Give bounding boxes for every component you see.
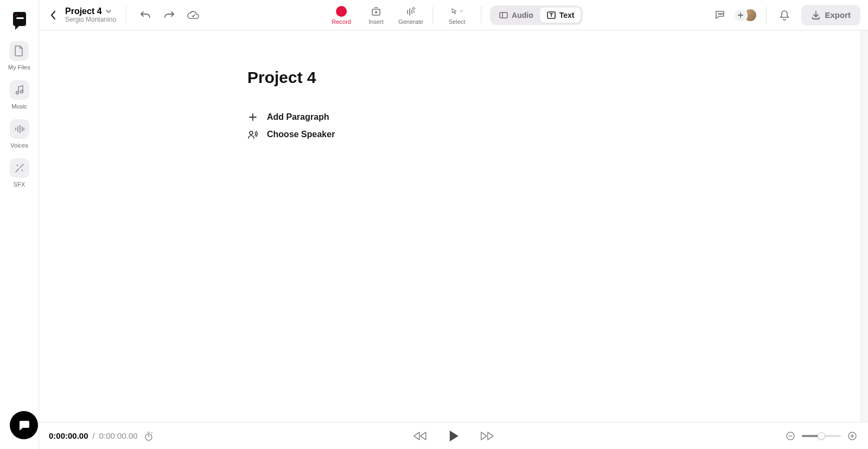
select-label: Select	[449, 18, 465, 25]
sidebar: My Files Music Voices SFX	[0, 0, 39, 449]
generate-icon	[405, 5, 417, 17]
svg-line-38	[151, 432, 152, 433]
topbar-right: Export	[711, 5, 861, 25]
insert-label: Insert	[369, 18, 384, 25]
waveform-icon	[10, 119, 29, 139]
time-duration: 0:00:00.00	[99, 431, 138, 440]
project-menu-chevron[interactable]	[105, 7, 112, 16]
zoom-in-button[interactable]	[846, 430, 858, 442]
svg-marker-39	[414, 432, 419, 440]
export-label: Export	[825, 10, 851, 20]
svg-point-2	[16, 92, 18, 94]
document-title[interactable]: Project 4	[247, 68, 660, 87]
svg-point-34	[250, 131, 253, 134]
plus-icon	[247, 112, 258, 123]
sidebar-item-sfx[interactable]: SFX	[10, 158, 29, 188]
generate-button[interactable]: Generate	[393, 5, 428, 25]
svg-line-9	[16, 169, 19, 172]
divider	[126, 7, 126, 24]
svg-point-28	[722, 13, 723, 14]
notifications-button[interactable]	[775, 6, 794, 24]
sidebar-item-my-files[interactable]: My Files	[8, 41, 30, 70]
text-icon	[546, 11, 556, 20]
zoom-slider-thumb[interactable]	[818, 432, 825, 440]
zoom-controls	[784, 430, 858, 442]
time-display: 0:00:00.00 / 0:00:00.00	[49, 429, 155, 442]
svg-point-1	[15, 15, 17, 16]
select-tool[interactable]: Select	[437, 5, 476, 25]
add-collaborator-button[interactable]	[733, 8, 748, 22]
add-paragraph-label: Add Paragraph	[267, 112, 329, 122]
export-button[interactable]: Export	[801, 5, 861, 25]
divider	[432, 7, 433, 24]
sidebar-item-label: Music	[11, 103, 27, 110]
project-header: Project 4 Sergio Montanino	[65, 7, 116, 24]
sidebar-item-label: SFX	[14, 181, 25, 188]
collaborators[interactable]	[733, 8, 757, 22]
project-title: Project 4	[65, 7, 102, 16]
scrollbar[interactable]	[860, 30, 868, 422]
insert-icon	[370, 5, 382, 17]
svg-point-11	[17, 165, 17, 166]
speaker-person-icon	[247, 129, 258, 140]
topbar: Project 4 Sergio Montanino Record	[39, 0, 868, 30]
svg-rect-21	[500, 12, 507, 18]
add-paragraph-button[interactable]: Add Paragraph	[247, 108, 660, 126]
project-owner: Sergio Montanino	[65, 16, 116, 23]
audio-track-icon	[499, 11, 508, 20]
undo-button[interactable]	[136, 6, 155, 24]
zoom-out-button[interactable]	[784, 430, 796, 442]
sidebar-item-label: My Files	[8, 64, 30, 70]
time-current: 0:00:00.00	[49, 431, 88, 440]
divider	[766, 7, 767, 24]
view-toggle: Audio Text	[490, 5, 583, 25]
file-icon	[9, 41, 29, 61]
sidebar-item-voices[interactable]: Voices	[10, 119, 29, 149]
record-icon	[336, 6, 347, 17]
chat-icon	[17, 418, 31, 432]
music-note-icon	[10, 80, 29, 100]
cursor-icon	[451, 5, 463, 17]
cloud-sync-button[interactable]	[184, 6, 202, 24]
app-logo[interactable]	[10, 10, 29, 31]
stopwatch-icon[interactable]	[142, 429, 155, 442]
view-toggle-audio[interactable]: Audio	[492, 8, 540, 23]
fast-forward-button[interactable]	[478, 427, 496, 445]
insert-button[interactable]: Insert	[359, 5, 393, 25]
editor-area: Project 4 Add Paragraph Choose Speaker	[39, 30, 868, 422]
record-button[interactable]: Record	[324, 5, 359, 25]
svg-rect-0	[16, 17, 24, 19]
sidebar-item-music[interactable]: Music	[10, 80, 29, 110]
download-icon	[811, 10, 821, 20]
divider	[481, 7, 481, 24]
help-chat-button[interactable]	[10, 411, 38, 439]
sfx-icon	[10, 158, 29, 178]
svg-marker-42	[481, 432, 487, 440]
view-toggle-text[interactable]: Text	[540, 8, 581, 23]
svg-marker-43	[488, 432, 493, 440]
playback-bar: 0:00:00.00 / 0:00:00.00	[39, 422, 868, 449]
svg-point-12	[22, 170, 22, 171]
transport-controls	[411, 427, 496, 445]
sidebar-item-label: Voices	[10, 142, 28, 149]
generate-label: Generate	[398, 18, 423, 25]
svg-line-10	[20, 164, 23, 168]
play-button[interactable]	[444, 427, 463, 445]
record-label: Record	[332, 18, 351, 25]
rewind-button[interactable]	[411, 427, 429, 445]
svg-marker-41	[450, 431, 458, 441]
redo-button[interactable]	[160, 6, 178, 24]
svg-point-27	[720, 13, 721, 14]
time-separator: /	[93, 431, 95, 440]
svg-point-3	[20, 91, 23, 93]
svg-marker-40	[420, 432, 426, 440]
zoom-slider[interactable]	[802, 435, 841, 437]
choose-speaker-button[interactable]: Choose Speaker	[247, 126, 660, 143]
svg-point-26	[718, 13, 719, 14]
view-toggle-text-label: Text	[559, 11, 575, 20]
comments-button[interactable]	[711, 6, 729, 24]
view-toggle-audio-label: Audio	[512, 11, 533, 20]
back-button[interactable]	[47, 9, 60, 22]
choose-speaker-label: Choose Speaker	[267, 130, 335, 139]
